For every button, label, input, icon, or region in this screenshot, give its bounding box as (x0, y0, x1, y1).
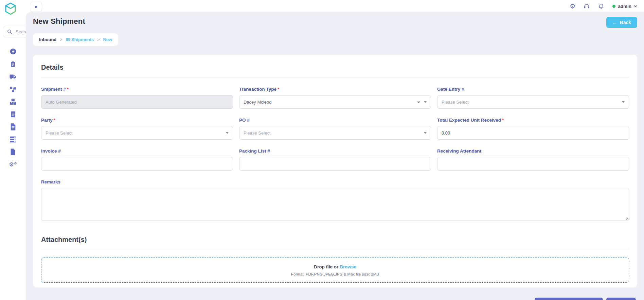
sidebar-item-settings[interactable]: ⚙︎⚙︎ (7, 161, 19, 168)
main-area: » ⚙ admin (26, 0, 644, 300)
invoice-number-field: Invoice # (41, 148, 233, 171)
server-stack-icon (10, 136, 17, 143)
browse-link[interactable]: Browse (340, 264, 356, 269)
section-divider (41, 250, 629, 250)
receiving-attendant-field: Receiving Attendant (437, 148, 629, 171)
required-mark: * (54, 118, 55, 123)
party-label: Party (41, 118, 53, 123)
caret-down-icon (226, 132, 229, 134)
invoice-number-label: Invoice # (41, 148, 233, 154)
receiving-attendant-input[interactable] (437, 157, 629, 171)
required-mark: * (278, 87, 279, 92)
sidebar-item-orders[interactable] (7, 110, 19, 118)
clear-selection-icon[interactable]: × (417, 100, 420, 104)
gate-entry-field: Gate Entry # Please Select (437, 87, 629, 109)
po-number-select[interactable]: Please Select (239, 126, 431, 140)
file-icon (10, 148, 16, 155)
party-select[interactable]: Please Select (41, 126, 233, 140)
shipment-number-field: Shipment #* (41, 87, 233, 109)
packing-list-input[interactable] (239, 157, 431, 171)
caret-down-icon (622, 101, 625, 103)
total-expected-field: Total Expected Unit Received* (437, 118, 629, 140)
caret-down-icon (424, 101, 427, 103)
caret-down-icon (424, 132, 427, 134)
settings-button[interactable]: ⚙ (570, 3, 575, 10)
transaction-type-value: Dacey Mcleod (244, 100, 271, 105)
clipboard-list-icon (10, 60, 16, 68)
sidebar-item-workflow[interactable] (7, 85, 19, 93)
user-menu[interactable]: admin (612, 4, 637, 9)
details-card: Details Shipment #* Transaction Type* Da… (33, 55, 637, 287)
total-expected-input[interactable] (437, 126, 629, 140)
sidebar-item-storage[interactable] (7, 136, 19, 143)
topbar-actions: ⚙ admin (570, 3, 637, 10)
username: admin (618, 4, 631, 9)
details-form-grid: Shipment #* Transaction Type* Dacey Mcle… (41, 87, 629, 171)
search-placeholder: Search (16, 29, 26, 34)
gate-entry-label: Gate Entry # (437, 87, 629, 92)
sidebar-expand-button[interactable]: » (30, 2, 42, 12)
packing-list-field: Packing List # (239, 148, 431, 171)
breadcrumb-separator: > (97, 37, 100, 42)
required-mark: * (67, 87, 69, 92)
po-number-placeholder: Please Select (244, 130, 271, 136)
party-field: Party* Please Select (41, 118, 233, 140)
sidebar-item-inventory[interactable] (7, 98, 19, 105)
sidebar-item-documents[interactable] (7, 123, 19, 130)
invoice-number-input[interactable] (41, 157, 233, 171)
bell-icon (598, 3, 604, 10)
po-number-field: PO # Please Select (239, 118, 431, 140)
sidebar-item-tasks[interactable] (7, 60, 19, 68)
form-actions: Save & Add Gate Entry Save (33, 298, 637, 300)
save-add-gate-entry-button[interactable]: Save & Add Gate Entry (535, 298, 603, 300)
gate-entry-placeholder: Please Select (442, 100, 469, 105)
back-button-label: Back (620, 20, 631, 25)
support-button[interactable] (584, 3, 590, 10)
page-header: New Shipment ← Back (33, 17, 637, 28)
file-format-note: Format: PDF,PNG,JPEG,JPG & Max file size… (291, 272, 379, 276)
details-section-title: Details (41, 64, 629, 71)
truck-icon (9, 73, 17, 80)
sidebar-item-inbound[interactable] (7, 48, 19, 55)
sidebar-search[interactable]: Search (3, 26, 26, 37)
gate-entry-select[interactable]: Please Select (437, 95, 629, 109)
breadcrumb: Inbound > IB Shipments > New (33, 33, 118, 46)
receipt-icon (10, 111, 16, 118)
sidebar-nav: ⚙︎⚙︎ (0, 48, 26, 168)
breadcrumb-ib-shipments[interactable]: IB Shipments (66, 37, 94, 42)
party-placeholder: Please Select (46, 130, 73, 136)
notifications-button[interactable] (598, 3, 604, 10)
breadcrumb-separator: > (60, 37, 62, 42)
shipment-number-input (41, 95, 233, 109)
sidebar-item-reports[interactable] (7, 148, 19, 156)
drop-file-text: Drop file or (314, 264, 338, 269)
gear-icon: ⚙ (570, 3, 575, 10)
shipment-number-label: Shipment # (41, 87, 66, 92)
page-content: New Shipment ← Back Inbound > IB Shipmen… (26, 12, 644, 300)
arrow-left-icon: ← (612, 20, 617, 25)
packing-list-label: Packing List # (239, 148, 431, 154)
breadcrumb-inbound[interactable]: Inbound (39, 37, 56, 42)
headset-icon (584, 3, 590, 10)
required-mark: * (502, 118, 504, 123)
circle-arrow-down-icon (10, 48, 17, 55)
remarks-textarea[interactable] (41, 188, 629, 221)
breadcrumb-new[interactable]: New (103, 37, 112, 42)
back-button[interactable]: ← Back (606, 17, 637, 28)
file-dropzone[interactable]: Drop file or Browse Format: PDF,PNG,JPEG… (41, 258, 629, 283)
chevrons-right-icon: » (35, 4, 38, 10)
save-button[interactable]: Save (606, 298, 636, 300)
app-logo[interactable] (0, 0, 26, 17)
search-icon (7, 29, 12, 34)
transaction-type-label: Transaction Type (239, 87, 276, 92)
cube-logo-icon (4, 2, 17, 16)
topbar: » ⚙ admin (26, 0, 644, 12)
receiving-attendant-label: Receiving Attendant (437, 148, 629, 154)
sidebar: Search (0, 0, 26, 300)
boxes-stacked-icon (10, 98, 17, 105)
sidebar-item-shipments[interactable] (7, 73, 19, 80)
diagram-project-icon (10, 86, 17, 93)
total-expected-label: Total Expected Unit Received (437, 118, 501, 123)
attachments-section-title: Attachment(s) (41, 236, 629, 244)
transaction-type-select[interactable]: Dacey Mcleod × (239, 95, 431, 109)
